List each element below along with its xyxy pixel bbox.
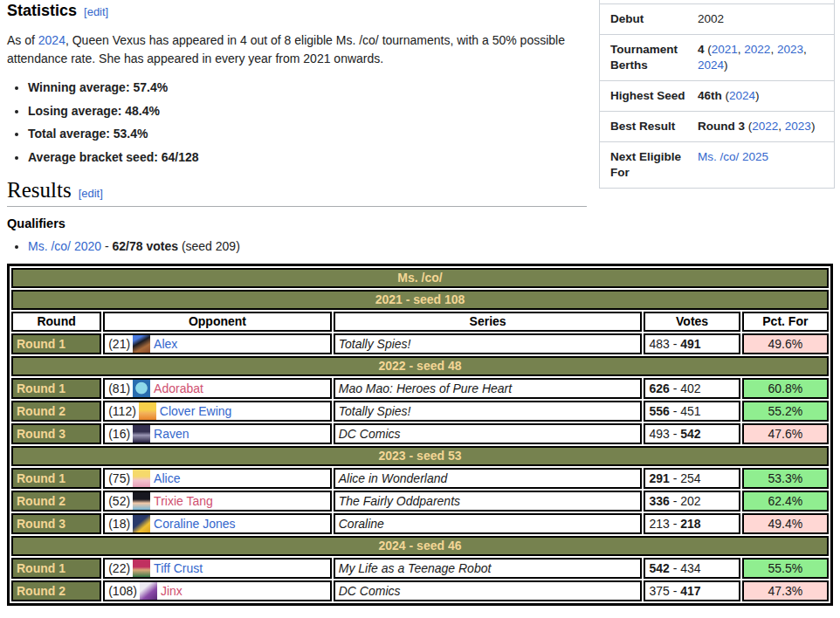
opponent-avatar-icon[interactable] xyxy=(133,470,150,487)
col-header-round: Round xyxy=(11,312,101,332)
qualifiers-heading: Qualifiers xyxy=(7,216,592,230)
votes-against: 434 xyxy=(680,561,700,575)
opponent-link[interactable]: Alice xyxy=(154,471,180,485)
votes-against: 402 xyxy=(680,381,700,395)
pct-cell: 53.3% xyxy=(742,468,829,489)
opponent-seed: (112) xyxy=(108,404,136,418)
opponent-seed: (52) xyxy=(108,494,130,508)
intro-year-link[interactable]: 2024 xyxy=(38,33,65,47)
infobox-value: Round 3 (2022, 2023) xyxy=(698,119,829,134)
opponent-link[interactable]: Alex xyxy=(154,337,177,351)
infobox-label: Debut xyxy=(610,11,691,27)
opponent-link[interactable]: Tiff Crust xyxy=(154,561,203,575)
statistics-edit-link[interactable]: [edit] xyxy=(84,5,108,18)
series-cell: Alice in Wonderland xyxy=(334,468,643,489)
results-heading: Results[edit] xyxy=(7,178,587,207)
opponent-link[interactable]: Raven xyxy=(154,427,189,441)
votes-for: 375 xyxy=(649,584,669,598)
opponent-seed: (16) xyxy=(108,427,130,441)
year-link[interactable]: 2023 xyxy=(785,120,811,133)
opponent-avatar-icon[interactable] xyxy=(133,425,150,443)
table-row: Round 1 (75)Alice Alice in Wonderland 29… xyxy=(11,468,829,489)
year-link[interactable]: 2024 xyxy=(729,89,755,102)
votes-cell: 375 - 417 xyxy=(644,580,740,601)
votes-against: 451 xyxy=(680,404,700,418)
year-header-2024: 2024 - seed 46 xyxy=(11,536,829,556)
round-cell: Round 1 xyxy=(11,468,101,489)
series-cell: The Fairly Oddparents xyxy=(334,491,643,512)
infobox-value: 46th (2024) xyxy=(698,88,829,104)
opponent-avatar-icon[interactable] xyxy=(133,492,150,510)
year-link[interactable]: 2023 xyxy=(777,43,803,56)
series-cell: Totally Spies! xyxy=(334,401,643,422)
year-header-2021: 2021 - seed 108 xyxy=(11,290,829,310)
opponent-avatar-icon[interactable] xyxy=(133,560,150,577)
paren: ) xyxy=(811,120,816,133)
opponent-cell: (21)Alex xyxy=(103,333,332,354)
year-link[interactable]: 2022 xyxy=(744,43,770,56)
col-header-series: Series xyxy=(334,312,643,332)
votes-against: 542 xyxy=(680,427,700,441)
results-edit-link[interactable]: [edit] xyxy=(79,187,103,200)
opponent-link[interactable]: Adorabat xyxy=(154,381,203,395)
votes-dash: - xyxy=(670,427,680,441)
votes-cell: 291 - 254 xyxy=(644,468,740,489)
opponent-seed: (21) xyxy=(108,337,130,351)
series-cell: Totally Spies! xyxy=(334,333,643,354)
votes-against: 491 xyxy=(680,337,700,351)
opponent-seed: (22) xyxy=(108,561,130,575)
tournament-infobox: Debut 2002 Tournament Berths 4 (2021, 20… xyxy=(599,0,835,189)
votes-for: 493 xyxy=(649,427,669,441)
opponent-cell: (16)Raven xyxy=(103,423,332,444)
round-cell: Round 1 xyxy=(11,378,101,399)
round-cell: Round 3 xyxy=(11,513,101,534)
votes-dash: - xyxy=(670,494,680,508)
column-header-row: Round Opponent Series Votes Pct. For xyxy=(11,312,829,332)
table-title: Ms. /co/ xyxy=(11,268,829,288)
series-cell: My Life as a Teenage Robot xyxy=(334,558,643,579)
opponent-cell: (18)Coraline Jones xyxy=(103,513,332,534)
comma: , xyxy=(803,43,807,56)
votes-against: 417 xyxy=(680,584,700,598)
opponent-cell: (81)Adorabat xyxy=(103,378,332,399)
table-row: Round 1 (21)Alex Totally Spies! 483 - 49… xyxy=(11,333,829,354)
votes-for: 556 xyxy=(649,404,669,418)
results-heading-text: Results xyxy=(7,178,72,202)
infobox-value: 4 (2021, 2022, 2023, 2024) xyxy=(698,42,829,73)
table-row: Round 2 (52)Trixie Tang The Fairly Oddpa… xyxy=(11,491,829,512)
year-header-2023: 2023 - seed 53 xyxy=(11,446,829,466)
opponent-link[interactable]: Jinx xyxy=(161,584,182,598)
opponent-seed: (81) xyxy=(108,381,130,395)
votes-dash: - xyxy=(670,404,680,418)
year-link[interactable]: 2022 xyxy=(752,120,778,133)
qualifier-tournament-link[interactable]: Ms. /co/ 2020 xyxy=(28,239,101,253)
table-row: Round 1 (22)Tiff Crust My Life as a Teen… xyxy=(11,558,829,579)
pct-cell: 60.8% xyxy=(742,378,829,399)
opponent-link[interactable]: Trixie Tang xyxy=(154,494,213,508)
opponent-avatar-icon[interactable] xyxy=(140,582,157,600)
year-link[interactable]: 2021 xyxy=(712,43,738,56)
list-item: Ms. /co/ 2020 - 62/78 votes (seed 209) xyxy=(28,239,592,253)
list-item: Total average: 53.4% xyxy=(28,127,592,141)
opponent-link[interactable]: Clover Ewing xyxy=(160,404,231,418)
round-cell: Round 1 xyxy=(11,333,101,354)
series-cell: DC Comics xyxy=(334,423,643,444)
opponent-avatar-icon[interactable] xyxy=(133,515,150,532)
opponent-cell: (75)Alice xyxy=(103,468,332,489)
opponent-avatar-icon[interactable] xyxy=(139,402,156,420)
opponent-link[interactable]: Coraline Jones xyxy=(154,517,235,531)
votes-dash: - xyxy=(670,337,680,351)
qualifier-seed: (seed 209) xyxy=(178,239,240,253)
year-link[interactable]: 2024 xyxy=(698,58,724,72)
round-cell: Round 2 xyxy=(11,491,101,512)
opponent-avatar-icon[interactable] xyxy=(133,380,150,397)
opponent-cell: (112)Clover Ewing xyxy=(103,401,332,422)
opponent-avatar-icon[interactable] xyxy=(133,335,150,353)
next-eligible-link[interactable]: Ms. /co/ 2025 xyxy=(698,150,768,163)
round-cell: Round 1 xyxy=(11,558,101,579)
round-cell: Round 2 xyxy=(11,580,101,601)
qualifier-dash: - xyxy=(101,239,112,253)
comma: , xyxy=(778,120,785,133)
infobox-label: Next Eligible For xyxy=(610,149,691,181)
round-cell: Round 3 xyxy=(11,423,101,444)
